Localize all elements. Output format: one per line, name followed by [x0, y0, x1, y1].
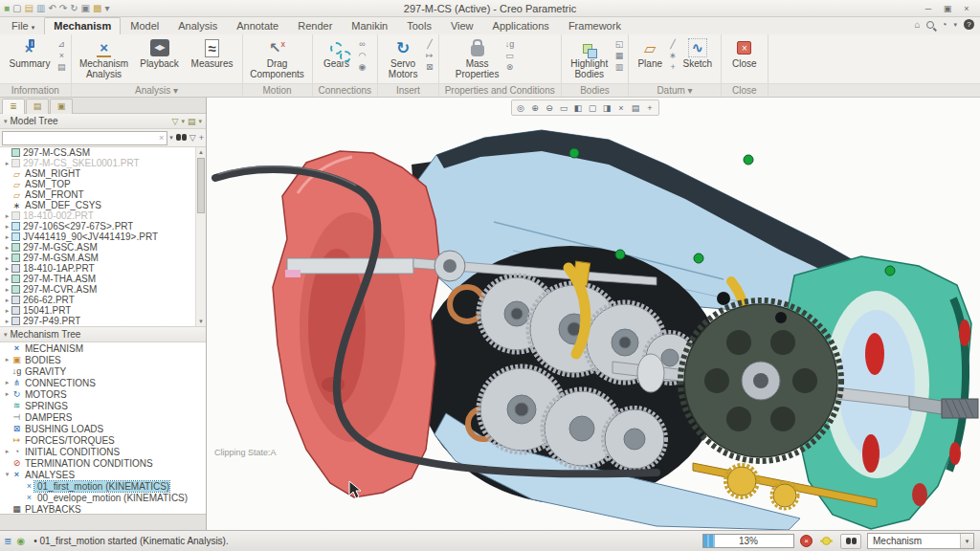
summary-button[interactable]: ×i Summary	[5, 37, 55, 69]
model-tree-scrollbar[interactable]: ▲ ▼	[195, 147, 206, 326]
saved-orientations-button[interactable]: ▢	[586, 101, 599, 115]
tab-applications[interactable]: Applications	[483, 17, 559, 34]
mode-dropdown-icon[interactable]: ▾	[960, 534, 973, 548]
filter-icon[interactable]: ▽	[189, 133, 196, 143]
expand-icon[interactable]: ▸	[3, 307, 11, 315]
tree-item[interactable]: ▸297-M-CVR.ASM	[0, 284, 206, 295]
tab-model[interactable]: Model	[121, 17, 168, 34]
tab-analysis[interactable]: Analysis	[168, 17, 227, 34]
tab-mechanism[interactable]: Mechanism	[44, 17, 121, 34]
expand-icon[interactable]: ▸	[3, 390, 11, 398]
sketch-button[interactable]: ∿ Sketch	[679, 37, 716, 69]
mode-selector[interactable]: Mechanism ▾	[867, 533, 974, 549]
tree-item[interactable]: ▸◔INITIAL CONDITIONS	[0, 446, 206, 457]
mechanism-info-icon[interactable]: ×	[57, 51, 66, 60]
expand-icon[interactable]: ▸	[3, 286, 11, 294]
tree-filters-icon[interactable]: ▽	[172, 117, 179, 126]
measure-icon[interactable]: ⊿	[57, 39, 66, 49]
navigator-toggle-icon[interactable]: ≣	[4, 536, 11, 546]
tree-item[interactable]: ▸297-106S<297-67S>.PRT	[0, 221, 206, 231]
tree-item[interactable]: ▸⋔CONNECTIONS	[0, 377, 206, 388]
expand-icon[interactable]: ▸	[3, 265, 11, 273]
stop-analysis-icon[interactable]: ×	[800, 535, 813, 547]
tree-item[interactable]: ▸297-P49.PRT	[0, 316, 206, 326]
force-torque-icon[interactable]: ↦	[426, 51, 434, 60]
joint-axis-settings-icon[interactable]: ⊠	[426, 62, 434, 72]
tree-item[interactable]: ⊣DAMPERS	[0, 411, 206, 423]
expand-icon[interactable]: ▸	[3, 233, 11, 241]
group-label-datum[interactable]: Datum ▾	[629, 83, 721, 97]
initial-condition-icon[interactable]: ▭	[505, 51, 515, 60]
close-mechanism-button[interactable]: × Close	[726, 37, 763, 69]
axis-icon[interactable]: ╱	[669, 39, 677, 49]
tab-view[interactable]: View	[441, 17, 483, 34]
tree-item[interactable]: ▸297-M-THA.ASM	[0, 274, 206, 284]
tree-item[interactable]: ×MECHANISM	[0, 342, 206, 354]
search-options-dropdown-icon[interactable]: ▾	[169, 134, 173, 142]
selected-analysis-label[interactable]: 01_first_motion (KINEMATICS)	[34, 481, 169, 492]
expand-icon[interactable]: ▸	[3, 160, 11, 167]
tab-tools[interactable]: Tools	[397, 17, 441, 34]
gears-button[interactable]: Gears	[318, 37, 356, 69]
tree-search-input[interactable]	[3, 133, 159, 143]
tree-item[interactable]: ▸18-410-1AP.PRT	[0, 263, 206, 274]
report-icon[interactable]: ▤	[57, 62, 66, 72]
spin-center-button[interactable]: +	[643, 101, 657, 115]
expand-icon[interactable]: ▸	[3, 379, 11, 386]
force-motor-icon[interactable]: ╱	[426, 39, 434, 49]
tree-item[interactable]: 297-M-CS.ASM	[0, 147, 206, 158]
expand-icon[interactable]: ▸	[3, 223, 11, 231]
search-icon[interactable]	[926, 21, 934, 29]
csys-icon[interactable]: +	[669, 62, 677, 72]
tree-item[interactable]: ↓gGRAVITY	[0, 365, 206, 377]
tree-item[interactable]: ▱ASM_FRONT	[0, 189, 206, 200]
mass-properties-button[interactable]: Mass Properties	[453, 37, 502, 79]
gravity-icon[interactable]: ↓g	[505, 39, 515, 49]
tree-item[interactable]: ▸297-M-GSC.ASM	[0, 242, 206, 253]
highlight-bodies-button[interactable]: Highlight Bodies	[567, 37, 612, 79]
restore-button[interactable]: ▣	[942, 4, 953, 13]
tree-item[interactable]: ▱ASM_TOP	[0, 179, 206, 189]
body-definition-icon[interactable]: ◱	[615, 39, 624, 49]
tree-item[interactable]: ×00_evelope_motion (KINEMATICS)	[0, 492, 206, 503]
tab-annotate[interactable]: Annotate	[227, 17, 288, 34]
gearbox-cutaway-model[interactable]	[207, 98, 980, 530]
zoom-fit-button[interactable]: ◎	[514, 101, 527, 115]
measures-button[interactable]: ≈ Measures	[188, 37, 237, 69]
termination-condition-icon[interactable]: ⊗	[505, 62, 515, 72]
point-icon[interactable]: ∗	[669, 51, 677, 60]
zoom-out-button[interactable]: ⊖	[543, 101, 556, 115]
tree-item[interactable]: ∗ASM_DEF_CSYS	[0, 200, 206, 210]
scroll-up-icon[interactable]: ▲	[196, 147, 206, 157]
body-visibility-icon[interactable]: ▥	[615, 62, 624, 72]
tab-favorites[interactable]: ▣	[50, 99, 73, 114]
plane-button[interactable]: ▱ Plane	[634, 37, 666, 69]
body-table-icon[interactable]: ▦	[615, 51, 624, 60]
datum-display-button[interactable]: ×	[614, 101, 628, 115]
graphics-area[interactable]: ◎ ⊕ ⊖ ▭ ◧ ▢ ◨ × ▤ + Clipping State:A	[207, 98, 980, 530]
find-button[interactable]	[840, 534, 861, 549]
tree-filters-dropdown-icon[interactable]: ▾	[181, 118, 185, 125]
tree-item[interactable]: ≋SPRINGS	[0, 400, 206, 411]
browser-toggle-icon[interactable]: ◉	[16, 536, 25, 546]
tab-render[interactable]: Render	[288, 17, 342, 34]
find-icon[interactable]	[176, 134, 187, 142]
tree-item[interactable]: ⊠BUSHING LOADS	[0, 423, 206, 434]
clear-search-icon[interactable]: ×	[159, 133, 167, 143]
tree-item[interactable]: ▦PLAYBACKS	[0, 503, 206, 514]
tree-item[interactable]: ▸297-M-GSM.ASM	[0, 253, 206, 263]
expand-search-icon[interactable]: +	[199, 133, 204, 143]
playback-button[interactable]: ◀▶ Playback	[135, 37, 185, 69]
expand-icon[interactable]: ▾	[3, 471, 11, 478]
group-label-analysis[interactable]: Analysis ▾	[72, 83, 242, 97]
tree-item[interactable]: ▸15041.PRT	[0, 305, 206, 316]
tree-item[interactable]: ▸297-M-CS_SKEL0001.PRT	[0, 158, 206, 168]
servo-motors-button[interactable]: ↻ Servo Motors	[383, 37, 423, 79]
expand-icon[interactable]: ▸	[3, 276, 11, 283]
tab-framework[interactable]: Framework	[559, 17, 631, 34]
tree-item[interactable]: ▱ASM_RIGHT	[0, 168, 206, 179]
view-manager-button[interactable]: ◨	[600, 101, 613, 115]
mechanism-analysis-button[interactable]: × Mechanism Analysis	[77, 37, 132, 79]
tree-item[interactable]: ▾×ANALYSES	[0, 469, 206, 480]
minimize-button[interactable]: ─	[923, 4, 934, 13]
